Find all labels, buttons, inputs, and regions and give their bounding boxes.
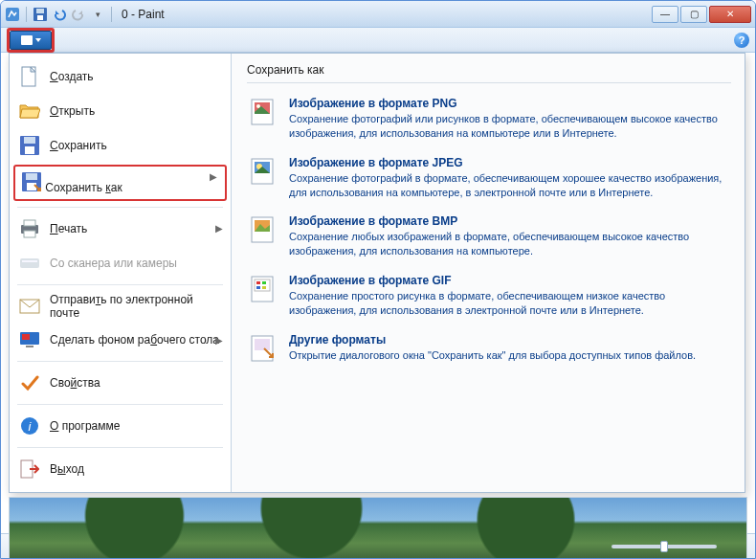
customize-qat-icon[interactable]: ▾ [90,7,105,22]
undo-icon[interactable] [52,7,67,22]
menu-item-exit[interactable]: Выход [10,452,231,486]
chevron-down-icon [35,38,41,42]
close-button[interactable]: ✕ [709,6,751,23]
menu-item-scanner: Со сканера или камеры [10,246,231,280]
menu-item-email[interactable]: Отправить по электронной почте [10,289,231,324]
other-formats-icon [249,333,279,364]
save-as-icon [21,171,42,192]
menu-separator [17,207,223,208]
svg-rect-34 [262,281,266,284]
submenu-text: Изображение в формате PNG Сохранение фот… [289,97,729,141]
menu-column: Создать Открыть Сохранить Сохранить как … [10,54,232,492]
save-icon[interactable] [33,7,48,22]
redo-icon[interactable] [71,7,86,22]
submenu-head: Изображение в формате BMP [289,214,729,228]
paint-window: ▾ 0 - Paint — ▢ ✕ ? енение етов [0,0,756,559]
menu-item-save[interactable]: Сохранить [10,128,231,163]
menu-label: Открыть [50,104,95,118]
save-as-jpeg[interactable]: Изображение в формате JPEG Сохранение фо… [247,150,731,210]
save-as-submenu: Сохранить как Изображение в формате PNG … [232,54,745,492]
submenu-desc: Сохранение фотографий в формате, обеспеч… [289,171,729,200]
save-as-png[interactable]: Изображение в формате PNG Сохранение фот… [247,91,731,150]
canvas-preview[interactable] [9,497,747,559]
menu-label: Сохранить [50,139,107,152]
save-as-bmp[interactable]: Изображение в формате BMP Сохранение люб… [247,209,731,268]
bmp-format-icon [249,214,279,245]
svg-rect-6 [24,137,35,144]
svg-rect-10 [27,183,36,190]
submenu-desc: Сохранение простого рисунка в формате, о… [289,289,729,318]
menu-label: О программе [50,419,120,433]
app-menu-button-highlight [7,28,55,53]
svg-rect-36 [262,286,266,289]
menu-label: Создать [50,70,94,83]
submenu-arrow-icon: ▶ [215,335,223,346]
submenu-title: Сохранить как [247,63,731,83]
qat-separator-2 [111,7,112,22]
submenu-head: Другие форматы [289,333,729,347]
menu-item-about[interactable]: i О программе [10,409,231,443]
jpeg-format-icon [249,156,279,187]
menu-item-create[interactable]: Создать [10,59,231,94]
menu-separator [17,404,223,405]
titlebar: ▾ 0 - Paint — ▢ ✕ [1,1,755,28]
app-menu-button[interactable] [10,31,52,50]
svg-rect-18 [22,334,30,340]
quick-access-toolbar: ▾ 0 - Paint [5,7,652,22]
menu-separator [17,447,223,448]
window-title: 0 - Paint [122,8,165,21]
menu-item-open[interactable]: Открыть [10,94,231,128]
printer-icon [19,218,40,239]
svg-rect-32 [255,280,270,291]
gif-format-icon [249,274,279,304]
maximize-button[interactable]: ▢ [680,6,707,23]
menu-item-save-as[interactable]: Сохранить как ▶ [21,171,122,194]
menu-label: Свойства [50,376,100,390]
qat-separator [26,7,27,22]
menu-label: Отправить по электронной почте [50,293,221,320]
help-icon[interactable]: ? [734,33,749,48]
menu-separator [17,284,223,285]
svg-rect-38 [255,339,270,350]
submenu-desc: Сохранение любых изображений в формате, … [289,230,729,258]
svg-rect-3 [37,15,43,20]
submenu-text: Другие форматы Открытие диалогового окна… [289,333,729,364]
minimize-button[interactable]: — [652,6,678,23]
exit-icon [19,458,40,480]
menu-separator [17,361,223,362]
save-as-other[interactable]: Другие форматы Открытие диалогового окна… [247,327,731,373]
ribbon-tabs-row: ? [1,28,755,53]
menu-label: Со сканера или камеры [50,257,177,270]
desktop-icon [19,329,40,350]
application-menu: Создать Открыть Сохранить Сохранить как … [9,53,745,493]
submenu-desc: Сохранение фотографий или рисунков в фор… [289,112,729,141]
folder-open-icon [19,101,40,122]
svg-rect-14 [20,258,39,268]
menu-item-print[interactable]: Печать ▶ [10,212,231,246]
menu-item-properties[interactable]: Свойства [10,366,231,400]
menu-item-desktop-bg[interactable]: Сделать фоном рабочего стола ▶ [10,323,231,357]
scanner-icon [19,253,40,274]
svg-rect-13 [24,231,35,237]
save-floppy-icon [19,135,40,156]
caption-buttons: — ▢ ✕ [652,6,751,23]
paint-app-icon [5,7,20,22]
submenu-head: Изображение в формате JPEG [289,156,729,169]
svg-rect-2 [36,9,44,13]
svg-rect-9 [26,173,37,180]
save-as-gif[interactable]: Изображение в формате GIF Сохранение про… [247,268,731,327]
info-icon: i [19,415,40,436]
menu-label: Печать [50,222,87,235]
new-file-icon [19,66,40,87]
menu-item-save-as-highlight: Сохранить как ▶ [13,165,227,201]
file-icon [21,35,33,45]
zoom-slider[interactable] [611,545,717,548]
checkmark-icon [19,372,40,393]
zoom-slider-thumb[interactable] [660,541,668,552]
svg-rect-19 [26,346,33,347]
submenu-head: Изображение в формате GIF [289,274,729,287]
submenu-text: Изображение в формате JPEG Сохранение фо… [289,156,729,200]
submenu-arrow-icon: ▶ [210,171,217,182]
envelope-icon [19,296,40,317]
submenu-head: Изображение в формате PNG [289,97,729,110]
